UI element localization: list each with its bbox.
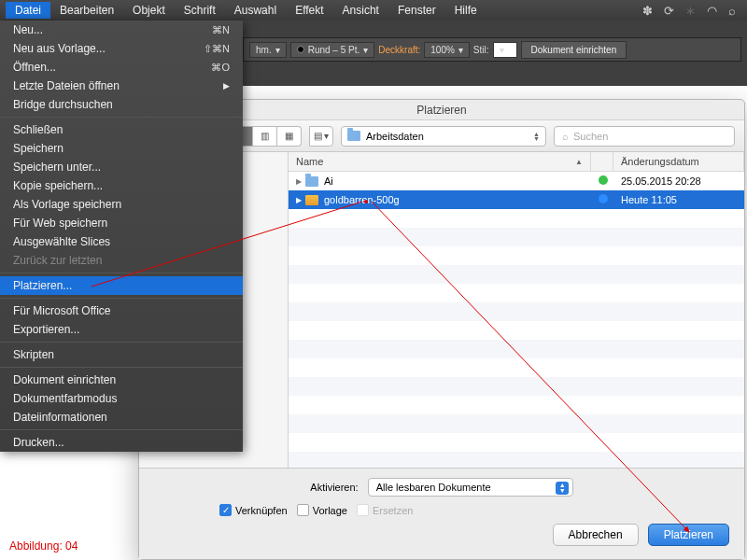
opacity-label: Deckkraft: (378, 45, 420, 55)
menu-effekt[interactable]: Effekt (286, 2, 332, 19)
view-columns[interactable]: ▥ (253, 126, 277, 147)
menu-item[interactable]: Exportieren... (0, 320, 243, 339)
menu-ansicht[interactable]: Ansicht (333, 2, 388, 19)
menu-item[interactable]: Kopie speichern... (0, 176, 243, 195)
column-status[interactable] (591, 152, 613, 171)
menu-auswahl[interactable]: Auswahl (225, 2, 286, 19)
menu-objekt[interactable]: Objekt (123, 2, 175, 19)
cancel-button[interactable]: Abbrechen (553, 524, 639, 546)
group-button[interactable]: ▤ ▾ (309, 126, 333, 147)
opacity-field[interactable]: 100% ▾ (424, 42, 470, 58)
menu-item: Zurück zur letzten (0, 251, 243, 270)
sort-indicator-icon: ▲ (575, 158, 583, 166)
path-label: Arbeitsdaten (366, 131, 424, 142)
column-name[interactable]: Name▲ (289, 152, 591, 171)
menu-bearbeiten[interactable]: Bearbeiten (50, 2, 123, 19)
menu-item[interactable]: Öffnen...⌘O (0, 58, 243, 77)
place-button[interactable]: Platzieren (648, 524, 729, 546)
search-icon[interactable]: ⌕ (723, 4, 741, 18)
filetype-select[interactable]: Alle lesbaren Dokumente ▲▼ (368, 478, 573, 497)
menu-item[interactable]: Für Microsoft Office (0, 301, 243, 320)
menu-item[interactable]: Ausgewählte Slices (0, 232, 243, 251)
search-input[interactable]: ⌕ Suchen (554, 126, 735, 147)
menu-item[interactable]: Neu aus Vorlage...⇧⌘N (0, 39, 243, 58)
verknuepfen-checkbox[interactable]: ✓Verknüpfen (219, 504, 288, 516)
dialog-footer: Aktivieren: Alle lesbaren Dokumente ▲▼ ✓… (139, 468, 744, 559)
path-dropdown[interactable]: Arbeitsdaten ▲▼ (341, 126, 546, 147)
menu-item[interactable]: Speichern (0, 139, 243, 158)
wifi-icon[interactable]: ◠ (701, 4, 723, 18)
menu-hilfe[interactable]: Hilfe (445, 2, 486, 19)
menu-item[interactable]: Platzieren... (0, 276, 243, 295)
cc-icon[interactable]: ✽ (637, 4, 658, 18)
menu-item[interactable]: Bridge durchsuchen (0, 95, 243, 114)
file-row[interactable]: ▶goldbarren-500gHeute 11:05 (289, 190, 744, 209)
style-label: Stil: (473, 45, 489, 55)
bluetooth-icon[interactable]: ∗ (680, 4, 701, 18)
menu-item[interactable]: Neu...⌘N (0, 21, 243, 39)
view-coverflow[interactable]: ▦ (277, 126, 302, 147)
document-setup-button[interactable]: Dokument einrichten (521, 41, 627, 59)
ersetzen-checkbox: Ersetzen (357, 504, 413, 516)
search-icon: ⌕ (562, 131, 569, 142)
menu-datei[interactable]: Datei (6, 2, 50, 19)
sync-icon[interactable]: ⟳ (658, 4, 680, 18)
ai-control-bar: hm. ▾ Rund – 5 Pt. ▾ Deckkraft: 100% ▾ S… (243, 37, 741, 62)
column-date[interactable]: Änderungsdatum (613, 152, 744, 171)
file-row[interactable]: ▶Ai25.05.2015 20:28 (289, 172, 744, 190)
menu-item[interactable]: Speichern unter... (0, 158, 243, 176)
menu-fenster[interactable]: Fenster (388, 2, 445, 19)
menubar: Datei Bearbeiten Objekt Schrift Auswahl … (0, 0, 747, 21)
menu-item[interactable]: Für Web speichern (0, 214, 243, 232)
menu-item[interactable]: Drucken... (0, 433, 243, 452)
file-menu-dropdown: Neu...⌘NNeu aus Vorlage...⇧⌘NÖffnen...⌘O… (0, 21, 243, 452)
menu-item[interactable]: Schließen (0, 120, 243, 139)
figure-caption: Abbildung: 04 (9, 539, 78, 553)
style-selector[interactable]: ▾ (493, 42, 517, 58)
menu-item[interactable]: Dateiinformationen (0, 408, 243, 427)
vorlage-checkbox[interactable]: Vorlage (297, 504, 347, 516)
menu-item[interactable]: Letzte Dateien öffnen▶ (0, 77, 243, 95)
menu-item[interactable]: Als Vorlage speichern (0, 195, 243, 214)
menu-item[interactable]: Dokumentfarbmodus (0, 389, 243, 408)
search-placeholder: Suchen (573, 131, 608, 142)
menu-schrift[interactable]: Schrift (175, 2, 225, 19)
brush-selector[interactable]: Rund – 5 Pt. ▾ (290, 42, 375, 58)
menu-item[interactable]: Skripten (0, 345, 243, 364)
file-list: Name▲ Änderungsdatum ▶Ai25.05.2015 20:28… (289, 152, 744, 468)
aktivieren-label: Aktivieren: (310, 482, 358, 493)
stroke-selector[interactable]: hm. ▾ (249, 42, 287, 58)
menu-item[interactable]: Dokument einrichten (0, 371, 243, 389)
folder-icon (347, 131, 360, 141)
